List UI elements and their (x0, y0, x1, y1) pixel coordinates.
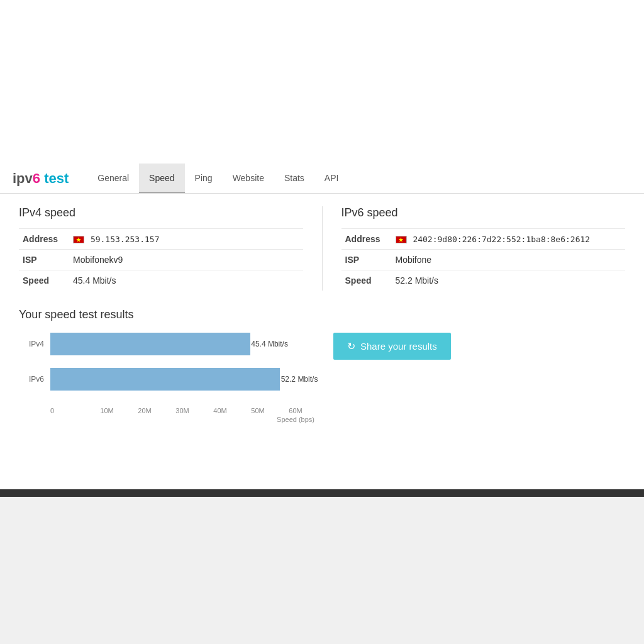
x-tick-0: 0 (50, 407, 88, 414)
ipv6-section: IPv6 speed Address 2402:9d80:226:7d22:55… (322, 206, 626, 291)
ipv4-address-value: 59.153.253.157 (69, 229, 303, 250)
ipv4-chart-row: IPv4 45.4 Mbit/s (19, 333, 314, 355)
vn-flag-ipv6 (396, 236, 407, 243)
ipv4-address-row: Address 59.153.253.157 (19, 229, 303, 250)
x-axis: 0 10M 20M 30M 40M 50M 60M (50, 403, 314, 414)
ipv4-title: IPv4 speed (19, 206, 303, 219)
ipv6-isp-row: ISP Mobifone (341, 250, 626, 270)
speed-sections: IPv4 speed Address 59.153.253.157 ISP Mo… (19, 206, 625, 291)
ipv6-title: IPv6 speed (341, 206, 626, 219)
footer-bar (0, 489, 644, 497)
ipv4-bar: 45.4 Mbit/s (50, 333, 250, 355)
x-tick-60: 60M (277, 407, 314, 414)
ipv6-isp-label: ISP (341, 250, 392, 270)
tab-website[interactable]: Website (223, 164, 274, 193)
nav-bar: ipv6 test General Speed Ping Website Sta… (0, 164, 644, 194)
vn-flag-ipv4 (73, 236, 84, 243)
ipv4-speed-row: Speed 45.4 Mbit/s (19, 270, 303, 291)
ipv4-isp-label: ISP (19, 250, 69, 270)
x-tick-50: 50M (239, 407, 277, 414)
ipv4-speed-value: 45.4 Mbit/s (69, 270, 303, 291)
ipv6-isp-value: Mobifone (392, 250, 626, 270)
x-tick-30: 30M (164, 407, 201, 414)
logo-ipv: ipv (13, 170, 33, 187)
ipv6-address-label: Address (341, 229, 392, 250)
ipv6-chart-row: IPv6 52.2 Mbit/s (19, 368, 314, 391)
ipv4-bar-wrapper: 45.4 Mbit/s (50, 333, 314, 355)
share-area: ↻ Share your results (333, 333, 451, 360)
ipv6-address-row: Address 2402:9d80:226:7d22:552:1ba8:8e6:… (341, 229, 626, 250)
ipv4-speed-label: Speed (19, 270, 69, 291)
ipv4-table: Address 59.153.253.157 ISP Mobifonekv9 S… (19, 228, 303, 291)
share-icon: ↻ (347, 340, 355, 352)
ipv6-bar-value: 52.2 Mbit/s (281, 375, 318, 384)
ipv4-bar-value: 45.4 Mbit/s (251, 340, 288, 348)
ipv4-isp-row: ISP Mobifonekv9 (19, 250, 303, 270)
tab-stats[interactable]: Stats (274, 164, 314, 193)
chart-container: IPv4 45.4 Mbit/s IPv6 52.2 Mbit/s (19, 333, 314, 423)
ipv6-table: Address 2402:9d80:226:7d22:552:1ba8:8e6:… (341, 228, 626, 291)
x-tick-40: 40M (201, 407, 239, 414)
main-content: IPv4 speed Address 59.153.253.157 ISP Mo… (0, 194, 644, 489)
ipv4-address-label: Address (19, 229, 69, 250)
ipv6-speed-label: Speed (341, 270, 392, 291)
site-logo[interactable]: ipv6 test (13, 170, 69, 187)
share-results-button[interactable]: ↻ Share your results (333, 333, 451, 360)
chart-area: IPv4 45.4 Mbit/s IPv6 52.2 Mbit/s (19, 333, 625, 423)
ipv6-ip: 2402:9d80:226:7d22:552:1ba8:8e6:2612 (413, 235, 590, 244)
x-tick-10: 10M (88, 407, 126, 414)
ipv6-bar: 52.2 Mbit/s (50, 368, 280, 391)
ipv6-address-value: 2402:9d80:226:7d22:552:1ba8:8e6:2612 (392, 229, 626, 250)
results-title: Your speed test results (19, 308, 625, 321)
results-section: Your speed test results IPv4 45.4 Mbit/s… (19, 308, 625, 423)
ipv6-chart-label: IPv6 (19, 375, 44, 384)
ipv4-chart-label: IPv4 (19, 340, 44, 348)
logo-six: 6 (33, 170, 40, 187)
x-axis-label: Speed (bps) (50, 416, 314, 423)
tab-ping[interactable]: Ping (185, 164, 223, 193)
x-tick-20: 20M (126, 407, 164, 414)
share-button-label: Share your results (360, 341, 437, 352)
ipv6-speed-value: 52.2 Mbit/s (392, 270, 626, 291)
ipv4-isp-value: Mobifonekv9 (69, 250, 303, 270)
ipv6-speed-row: Speed 52.2 Mbit/s (341, 270, 626, 291)
tab-general[interactable]: General (87, 164, 139, 193)
ipv4-section: IPv4 speed Address 59.153.253.157 ISP Mo… (19, 206, 322, 291)
nav-tabs: General Speed Ping Website Stats API (87, 164, 348, 193)
tab-speed[interactable]: Speed (139, 164, 184, 193)
tab-api[interactable]: API (314, 164, 349, 193)
ipv4-ip: 59.153.253.157 (91, 235, 160, 244)
ipv6-bar-wrapper: 52.2 Mbit/s (50, 368, 314, 391)
bottom-area (0, 497, 644, 644)
logo-test: test (44, 170, 69, 187)
